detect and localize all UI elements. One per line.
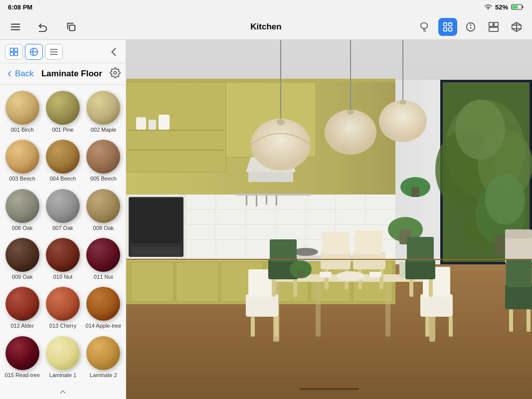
material-006-oak[interactable]: 006 Oak <box>2 186 42 235</box>
material-sphere <box>46 287 80 321</box>
material-014-apple[interactable]: 014 Apple-tree <box>83 284 124 333</box>
svg-rect-124 <box>270 239 297 262</box>
ar-button[interactable] <box>507 18 526 36</box>
material-013-cherry[interactable]: 013 Cherry <box>42 284 83 333</box>
svg-rect-136 <box>355 230 382 254</box>
svg-point-108 <box>379 100 427 142</box>
light-button[interactable] <box>415 18 434 36</box>
svg-rect-24 <box>14 52 18 56</box>
svg-point-29 <box>114 71 117 74</box>
info-button[interactable] <box>461 18 480 36</box>
svg-rect-54 <box>149 120 156 130</box>
menu-button[interactable] <box>6 18 25 36</box>
material-008-oak[interactable]: 008 Oak <box>83 186 124 235</box>
library-button[interactable] <box>438 18 457 36</box>
material-label: 010 Nut <box>53 274 73 280</box>
svg-rect-83 <box>131 247 181 256</box>
svg-point-144 <box>337 271 364 280</box>
material-laminate-2[interactable]: Laminate 2 <box>83 333 124 382</box>
material-label: 002 Maple <box>91 127 116 133</box>
material-007-oak[interactable]: 007 Oak <box>42 186 83 235</box>
material-sphere <box>86 238 120 272</box>
material-012-alder[interactable]: 012 Alder <box>2 284 42 333</box>
material-label: 001 Pine <box>52 127 73 133</box>
svg-rect-141 <box>509 309 513 332</box>
toolbar: Kitchen <box>0 14 532 40</box>
svg-rect-146 <box>320 272 332 276</box>
svg-rect-22 <box>14 48 18 52</box>
svg-rect-140 <box>506 259 532 287</box>
scroll-up-button[interactable] <box>0 385 126 399</box>
material-label: Laminate 2 <box>90 372 117 378</box>
tab-materials[interactable] <box>25 44 43 60</box>
material-011-nut[interactable]: 011 Nut <box>83 235 124 284</box>
material-label: 012 Alder <box>10 323 33 329</box>
svg-rect-91 <box>276 196 277 205</box>
material-sphere <box>5 189 39 223</box>
material-sphere <box>86 140 120 174</box>
svg-rect-15 <box>494 22 498 26</box>
svg-rect-9 <box>444 27 447 30</box>
svg-rect-1 <box>522 6 524 8</box>
material-sphere <box>5 91 39 125</box>
right-toolbar <box>415 18 526 36</box>
material-001-birch[interactable]: 001 Birch <box>2 88 42 137</box>
svg-rect-6 <box>69 25 75 30</box>
svg-rect-53 <box>136 117 146 130</box>
svg-point-109 <box>399 100 406 105</box>
material-004-beech[interactable]: 004 Beech <box>42 137 83 186</box>
svg-point-103 <box>277 119 285 125</box>
material-009-oak[interactable]: 009 Oak <box>2 235 42 284</box>
tab-list[interactable] <box>45 44 63 60</box>
svg-rect-82 <box>130 199 182 243</box>
svg-rect-21 <box>10 48 14 52</box>
scroll-indicator <box>299 388 359 390</box>
material-laminate-1[interactable]: Laminate 1 <box>42 333 83 382</box>
settings-button[interactable] <box>110 67 121 80</box>
material-010-nut[interactable]: 010 Nut <box>42 235 83 284</box>
svg-rect-55 <box>159 115 170 130</box>
section-title: Laminate Floor <box>34 69 110 79</box>
duplicate-button[interactable] <box>62 18 81 36</box>
svg-rect-113 <box>316 282 321 337</box>
material-001-pine[interactable]: 001 Pine <box>42 88 83 137</box>
svg-rect-121 <box>425 317 429 337</box>
back-button[interactable]: Back <box>5 69 34 79</box>
svg-point-97 <box>485 175 525 224</box>
svg-rect-149 <box>399 262 405 278</box>
status-icons: 52% <box>484 3 524 11</box>
material-sphere <box>86 336 120 370</box>
svg-rect-87 <box>236 194 311 196</box>
svg-rect-2 <box>513 5 518 9</box>
material-002-maple[interactable]: 002 Maple <box>83 88 124 137</box>
svg-rect-131 <box>321 252 351 269</box>
material-003-beech[interactable]: 003 Beech <box>2 137 42 186</box>
tab-objects[interactable] <box>5 44 23 60</box>
main-content: Back Laminate Floor 001 Birch001 Pine002… <box>0 40 532 399</box>
collapse-panel-button[interactable] <box>107 45 121 59</box>
3d-view[interactable] <box>126 40 532 399</box>
material-label: 008 Oak <box>93 225 114 231</box>
panel-tabs <box>0 40 126 63</box>
material-label: 004 Beech <box>50 176 76 182</box>
material-005-beech[interactable]: 005 Beech <box>83 137 124 186</box>
svg-rect-132 <box>322 232 349 254</box>
svg-rect-52 <box>129 150 223 151</box>
svg-rect-151 <box>297 270 305 277</box>
svg-rect-125 <box>272 279 276 297</box>
material-sphere <box>46 140 80 174</box>
svg-rect-122 <box>449 317 453 337</box>
svg-rect-148 <box>369 272 381 276</box>
svg-rect-142 <box>527 309 531 332</box>
material-015-read[interactable]: 015 Read-tree <box>2 333 42 382</box>
svg-rect-118 <box>274 317 278 337</box>
svg-rect-117 <box>251 317 255 337</box>
material-sphere <box>5 238 39 272</box>
undo-button[interactable] <box>34 18 53 36</box>
svg-rect-128 <box>407 237 434 262</box>
left-toolbar <box>6 18 81 36</box>
material-sphere <box>86 91 120 125</box>
svg-rect-74 <box>131 262 174 302</box>
layout-button[interactable] <box>484 18 503 36</box>
svg-rect-10 <box>449 27 452 30</box>
